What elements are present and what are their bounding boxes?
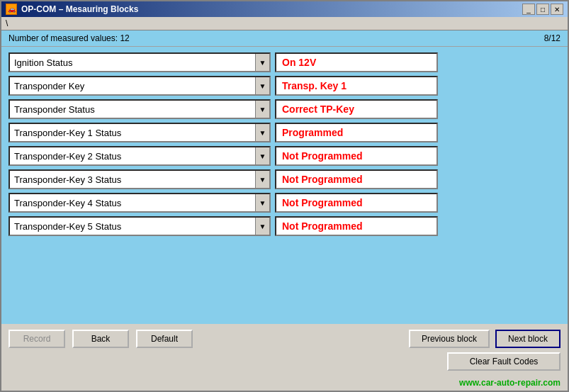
dropdown-container-4[interactable]: Transponder-Key 2 Status▼ [9, 146, 271, 166]
menu-bar: \ [1, 17, 568, 30]
bottom-row-1: Record Back Default Previous block Next … [9, 330, 560, 348]
maximize-button[interactable]: □ [536, 4, 549, 15]
measuring-row: Transponder Key▼Transp. Key 1 [9, 76, 560, 96]
measuring-row: Transponder-Key 1 Status▼Programmed [9, 123, 560, 142]
dropdown-container-5[interactable]: Transponder-Key 3 Status▼ [9, 169, 271, 189]
dropdown-container-2[interactable]: Transponder Status▼ [9, 99, 271, 119]
dropdown-arrow-icon-4[interactable]: ▼ [255, 147, 269, 164]
dropdown-label-2: Transponder Status [10, 104, 255, 115]
value-box-0: On 12V [275, 52, 438, 72]
dropdown-container-1[interactable]: Transponder Key▼ [9, 76, 271, 96]
dropdown-label-7: Transponder-Key 5 Status [10, 221, 255, 232]
previous-block-button[interactable]: Previous block [409, 330, 490, 348]
window-title: OP-COM – Mesauring Blocks [21, 4, 138, 14]
measuring-row: Ignition Status▼On 12V [9, 52, 560, 72]
dropdown-arrow-icon-6[interactable]: ▼ [255, 194, 269, 211]
title-buttons: _ □ ✕ [522, 4, 563, 15]
close-button[interactable]: ✕ [551, 4, 563, 15]
dropdown-label-3: Transponder-Key 1 Status [10, 128, 255, 138]
measuring-row: Transponder-Key 5 Status▼Not Programmed [9, 216, 560, 236]
minimize-button[interactable]: _ [522, 4, 535, 15]
bottom-area: Record Back Default Previous block Next … [1, 324, 568, 376]
main-window: 🚗 OP-COM – Mesauring Blocks _ □ ✕ \ Numb… [0, 0, 569, 392]
dropdown-container-3[interactable]: Transponder-Key 1 Status▼ [9, 123, 271, 142]
toolbar: Number of measured values: 12 8/12 [1, 30, 568, 47]
dropdown-arrow-icon-5[interactable]: ▼ [255, 171, 269, 188]
content-area: Ignition Status▼On 12VTransponder Key▼Tr… [1, 47, 568, 324]
measured-values-label: Number of measured values: 12 [9, 33, 130, 43]
back-button[interactable]: Back [72, 330, 129, 348]
dropdown-arrow-icon-2[interactable]: ▼ [255, 101, 269, 118]
record-button[interactable]: Record [9, 330, 65, 348]
clear-fault-button[interactable]: Clear Fault Codes [447, 352, 560, 371]
dropdown-label-1: Transponder Key [10, 81, 255, 91]
measuring-row: Transponder Status▼Correct TP-Key [9, 99, 560, 119]
dropdown-label-0: Ignition Status [10, 57, 255, 68]
dropdown-label-6: Transponder-Key 4 Status [10, 198, 255, 208]
dropdown-arrow-icon-3[interactable]: ▼ [255, 124, 269, 141]
dropdown-label-4: Transponder-Key 2 Status [10, 151, 255, 162]
value-box-1: Transp. Key 1 [275, 76, 438, 96]
dropdown-label-5: Transponder-Key 3 Status [10, 174, 255, 185]
value-box-7: Not Programmed [275, 216, 438, 236]
value-box-3: Programmed [275, 123, 438, 142]
dropdown-container-0[interactable]: Ignition Status▼ [9, 52, 271, 72]
dropdown-arrow-icon-0[interactable]: ▼ [255, 54, 269, 71]
dropdown-arrow-icon-1[interactable]: ▼ [255, 77, 269, 94]
next-block-button[interactable]: Next block [495, 330, 560, 348]
default-button[interactable]: Default [136, 330, 193, 348]
app-icon: 🚗 [6, 4, 17, 15]
page-info-label: 8/12 [544, 33, 560, 43]
value-box-4: Not Programmed [275, 146, 438, 166]
value-box-5: Not Programmed [275, 169, 438, 189]
value-box-6: Not Programmed [275, 193, 438, 213]
bottom-row-2: Clear Fault Codes [9, 352, 560, 371]
title-bar-left: 🚗 OP-COM – Mesauring Blocks [6, 4, 138, 15]
dropdown-container-7[interactable]: Transponder-Key 5 Status▼ [9, 216, 271, 236]
dropdown-container-6[interactable]: Transponder-Key 4 Status▼ [9, 193, 271, 213]
website-label: www.car-auto-repair.com [1, 376, 568, 391]
measuring-row: Transponder-Key 2 Status▼Not Programmed [9, 146, 560, 166]
dropdown-arrow-icon-7[interactable]: ▼ [255, 218, 269, 235]
value-box-2: Correct TP-Key [275, 99, 438, 119]
measuring-row: Transponder-Key 4 Status▼Not Programmed [9, 193, 560, 213]
backslash-label: \ [6, 18, 8, 28]
measuring-row: Transponder-Key 3 Status▼Not Programmed [9, 169, 560, 189]
title-bar: 🚗 OP-COM – Mesauring Blocks _ □ ✕ [1, 1, 568, 17]
